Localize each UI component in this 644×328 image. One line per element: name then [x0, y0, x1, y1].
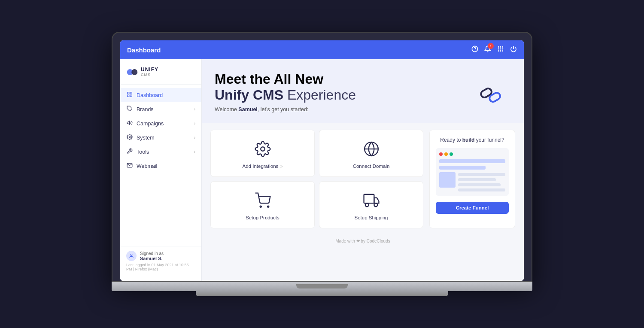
setup-shipping-label: Setup Shipping — [354, 215, 388, 220]
dot-green — [450, 152, 453, 156]
page-title: Dashboard — [127, 46, 161, 54]
hero-section: Meet the All New Unify CMS Experience We… — [202, 59, 524, 123]
campaigns-icon — [126, 120, 133, 127]
help-icon[interactable] — [471, 46, 478, 54]
sidebar-item-system[interactable]: System › — [120, 131, 201, 145]
svg-point-20 — [129, 136, 131, 138]
svg-rect-17 — [130, 95, 132, 97]
welcome-suffix: , let’s get you started: — [258, 106, 309, 112]
action-cards: Add Integrations » — [210, 130, 423, 228]
hero-logo-graphic — [472, 75, 511, 109]
svg-rect-16 — [128, 95, 129, 97]
welcome-name: Samuel — [238, 106, 257, 112]
campaigns-chevron: › — [194, 121, 195, 126]
welcome-prefix: Welcome — [215, 106, 238, 112]
dot-yellow — [444, 152, 448, 156]
notification-icon[interactable]: 1 — [484, 46, 491, 54]
svg-rect-10 — [502, 50, 503, 52]
sidebar-item-system-label: System — [137, 135, 155, 141]
apps-icon[interactable] — [497, 46, 504, 54]
app-wrapper: Dashboard — [120, 40, 524, 281]
dashboard-icon — [126, 91, 133, 99]
preview-bar-title — [439, 159, 505, 163]
add-integrations-card[interactable]: Add Integrations » — [210, 130, 315, 177]
sidebar-item-campaigns-label: Campaigns — [137, 121, 164, 127]
sidebar-item-webmail[interactable]: Webmail — [120, 159, 201, 173]
create-funnel-button[interactable]: Create Funnel — [436, 202, 509, 214]
funnel-title: Ready to build your funnel? — [440, 137, 504, 143]
svg-rect-9 — [500, 50, 501, 52]
top-bar: Dashboard — [120, 40, 524, 59]
preview-line-4 — [458, 188, 505, 191]
logo-icon — [126, 66, 138, 78]
hero-logo-svg — [472, 75, 511, 109]
webmail-icon — [126, 162, 133, 170]
hero-rest: Experience — [283, 87, 356, 103]
logo-text: UNIFY CMS — [141, 67, 158, 77]
hero-headline: Meet the All New Unify CMS Experience — [215, 71, 356, 103]
funnel-title-bold: build — [462, 137, 475, 143]
screen-bezel: Dashboard — [112, 32, 532, 282]
last-login: Last logged in 01 May 2021 at 10:55 PM |… — [126, 263, 195, 271]
brands-icon — [126, 106, 133, 113]
tools-icon — [126, 148, 133, 155]
preview-line-2 — [458, 178, 496, 181]
svg-point-30 — [267, 206, 269, 207]
tools-chevron: › — [194, 149, 195, 154]
truck-icon — [363, 192, 380, 211]
svg-point-26 — [261, 147, 265, 151]
top-bar-icons: 1 — [471, 46, 517, 54]
svg-point-32 — [365, 203, 368, 207]
dot-red — [439, 152, 443, 156]
sidebar-item-brands[interactable]: Brands › — [120, 102, 201, 116]
laptop-container: Dashboard — [112, 32, 532, 296]
content-area: UNIFY CMS Dashboard — [120, 59, 524, 281]
svg-point-33 — [374, 203, 377, 207]
svg-rect-3 — [500, 46, 501, 48]
add-integrations-label: Add Integrations » — [243, 164, 283, 169]
setup-products-card[interactable]: Setup Products — [210, 181, 315, 228]
main-content: Meet the All New Unify CMS Experience We… — [202, 59, 524, 281]
preview-image — [439, 172, 456, 188]
welcome-text: Welcome Samuel, let’s get you started: — [215, 106, 356, 112]
brands-chevron: › — [194, 107, 195, 112]
sidebar-item-dashboard[interactable]: Dashboard — [120, 88, 201, 102]
sidebar-item-brands-label: Brands — [137, 106, 154, 112]
funnel-title-prefix: Ready to — [440, 137, 462, 143]
sidebar-item-tools-label: Tools — [137, 149, 149, 155]
setup-shipping-card[interactable]: Setup Shipping — [319, 181, 423, 228]
sidebar: UNIFY CMS Dashboard — [120, 59, 202, 281]
svg-rect-15 — [130, 92, 132, 94]
user-info: Signed in as Samuel S. — [126, 251, 195, 261]
cart-icon — [255, 192, 271, 211]
sidebar-item-dashboard-label: Dashboard — [137, 92, 163, 98]
connect-domain-label: Connect Domain — [353, 164, 390, 169]
hero-text: Meet the All New Unify CMS Experience We… — [215, 71, 356, 112]
notification-badge: 1 — [488, 43, 494, 49]
svg-point-21 — [131, 254, 132, 256]
sidebar-item-webmail-label: Webmail — [137, 163, 157, 169]
connect-domain-card[interactable]: Connect Domain — [319, 130, 423, 177]
preview-bar-short — [439, 166, 486, 170]
svg-rect-31 — [364, 194, 374, 203]
svg-rect-7 — [502, 49, 503, 50]
funnel-card: Ready to build your funnel? — [429, 130, 515, 228]
sidebar-item-tools[interactable]: Tools › — [120, 145, 201, 159]
screen: Dashboard — [120, 40, 524, 281]
sidebar-logo: UNIFY CMS — [120, 64, 201, 85]
footer-bar: Made with ❤ by CodeClouds — [202, 235, 524, 247]
system-chevron: › — [194, 135, 195, 140]
svg-rect-2 — [498, 46, 499, 48]
svg-rect-8 — [498, 50, 499, 52]
funnel-preview — [436, 148, 509, 196]
power-icon[interactable] — [510, 46, 517, 54]
svg-marker-19 — [127, 121, 129, 125]
cards-grid: Add Integrations » — [202, 123, 524, 235]
svg-rect-6 — [500, 49, 501, 50]
user-text-block: Signed in as Samuel S. — [140, 251, 164, 261]
sidebar-item-campaigns[interactable]: Campaigns › — [120, 116, 201, 131]
svg-point-29 — [260, 206, 261, 207]
funnel-title-suffix: your funnel? — [474, 137, 504, 143]
preview-lines — [458, 173, 505, 191]
laptop-notch — [296, 284, 348, 289]
